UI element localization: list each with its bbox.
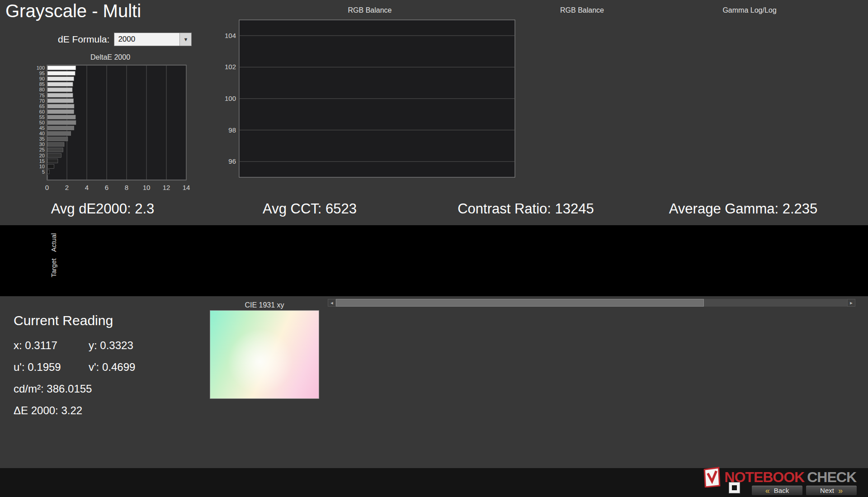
rgb-balance-line-chart: RGB Balance 9698100102104: [220, 5, 519, 198]
svg-text:100: 100: [37, 65, 45, 71]
svg-text:0: 0: [45, 184, 49, 191]
measurement-table: ◄ ►: [328, 298, 855, 307]
svg-text:95: 95: [39, 71, 45, 76]
pattern-window-icon-inner: [732, 485, 737, 490]
logo-text-check: CHECK: [807, 469, 856, 486]
svg-text:8: 8: [125, 184, 128, 191]
rgb-line-chart-title: RGB Balance: [220, 5, 519, 15]
svg-text:25: 25: [39, 147, 45, 152]
svg-text:14: 14: [183, 184, 190, 191]
svg-text:4: 4: [85, 184, 89, 191]
calibration-app: Grayscale - Multi dE Formula: 2000 ▼ Del…: [0, 0, 868, 497]
rgb-balance-bar-chart: RGB Balance: [538, 5, 626, 85]
svg-text:96: 96: [228, 157, 236, 165]
svg-text:90: 90: [39, 76, 45, 81]
svg-text:102: 102: [225, 63, 236, 71]
scroll-left-button[interactable]: ◄: [328, 299, 336, 307]
rgb-bar-chart-title: RGB Balance: [538, 5, 626, 15]
reading-u: u': 0.1959: [14, 361, 89, 374]
cie-plot-canvas: [210, 311, 346, 379]
svg-text:85: 85: [39, 81, 45, 87]
nav-buttons: « Back Next »: [751, 485, 857, 496]
current-reading-panel: Current Reading x: 0.3117 y: 0.3323 u': …: [14, 313, 135, 426]
deltae-2000-chart: DeltaE 2000 0246810121410095908580757065…: [31, 52, 190, 201]
reading-luminance: cd/m²: 386.0155: [14, 383, 92, 395]
svg-text:80: 80: [39, 87, 45, 92]
contrast-ratio-readout: Contrast Ratio: 13245: [458, 201, 594, 217]
chevron-down-icon[interactable]: ▼: [179, 33, 191, 46]
svg-text:6: 6: [105, 184, 108, 191]
svg-text:5: 5: [42, 169, 45, 175]
svg-text:15: 15: [39, 158, 45, 164]
svg-text:60: 60: [39, 109, 45, 114]
svg-text:12: 12: [163, 184, 170, 191]
next-label: Next: [820, 487, 834, 494]
back-button[interactable]: « Back: [751, 485, 803, 496]
rgb-line-chart-canvas: 9698100102104: [220, 15, 519, 196]
svg-text:98: 98: [228, 126, 236, 134]
cie-x-axis-labels: [210, 399, 319, 409]
svg-text:40: 40: [39, 131, 45, 136]
average-gamma-readout: Average Gamma: 2.235: [669, 201, 818, 217]
scrollbar-track[interactable]: [336, 299, 847, 307]
svg-text:45: 45: [39, 125, 45, 131]
cie-y-axis-labels: [190, 310, 210, 399]
next-button[interactable]: Next »: [806, 485, 857, 496]
svg-text:10: 10: [39, 164, 45, 169]
cie-chart-title: CIE 1931 xy: [210, 300, 319, 310]
avg-de2000-readout: Avg dE2000: 2.3: [51, 201, 155, 217]
cie-chromaticity-plot: [210, 310, 319, 399]
de-formula-row: dE Formula: 2000 ▼: [58, 33, 192, 46]
back-arrow-icon: «: [765, 487, 770, 495]
next-arrow-icon: »: [838, 487, 843, 495]
table-horizontal-scrollbar[interactable]: ◄ ►: [328, 299, 855, 307]
svg-text:100: 100: [225, 95, 236, 102]
reading-v: v': 0.4699: [89, 361, 135, 374]
actual-row-label: Actual: [50, 229, 57, 256]
svg-text:70: 70: [39, 98, 45, 104]
notebookcheck-check-icon: [703, 467, 722, 488]
svg-text:2: 2: [65, 184, 69, 191]
cie-1931-chart: CIE 1931 xy: [190, 300, 326, 409]
svg-text:50: 50: [39, 120, 45, 125]
gamma-chart-canvas: [644, 15, 779, 83]
reading-y: y: 0.3323: [89, 339, 133, 352]
svg-text:30: 30: [39, 142, 45, 147]
deltae-chart-canvas: 0246810121410095908580757065605550454035…: [31, 62, 190, 199]
current-reading-heading: Current Reading: [14, 313, 135, 328]
de-formula-dropdown[interactable]: 2000 ▼: [114, 33, 192, 46]
svg-text:20: 20: [39, 153, 45, 158]
page-title: Grayscale - Multi: [5, 1, 141, 21]
svg-text:35: 35: [39, 136, 45, 142]
grayscale-ramp-panel: Actual Target: [0, 225, 868, 296]
footer-bar: NOTEBOOKCHECK « Back Next »: [0, 468, 868, 497]
reading-de2000: ΔE 2000: 3.22: [14, 404, 89, 417]
svg-text:10: 10: [143, 184, 151, 191]
svg-text:55: 55: [39, 114, 45, 120]
target-row-label: Target: [50, 254, 57, 281]
de-formula-value: 2000: [114, 33, 179, 46]
de-formula-label: dE Formula:: [58, 34, 109, 45]
gamma-loglog-chart: Gamma Log/Log: [644, 5, 855, 85]
scrollbar-thumb[interactable]: [336, 299, 704, 307]
svg-text:75: 75: [39, 93, 45, 98]
svg-text:104: 104: [225, 32, 236, 39]
avg-cct-readout: Avg CCT: 6523: [263, 201, 357, 217]
gamma-chart-title: Gamma Log/Log: [644, 5, 855, 15]
scroll-right-button[interactable]: ►: [847, 299, 855, 307]
svg-text:65: 65: [39, 104, 45, 109]
reading-x: x: 0.3117: [14, 339, 89, 352]
back-label: Back: [774, 487, 789, 494]
pattern-window-icon[interactable]: [729, 482, 740, 493]
deltae-chart-title: DeltaE 2000: [31, 52, 190, 62]
